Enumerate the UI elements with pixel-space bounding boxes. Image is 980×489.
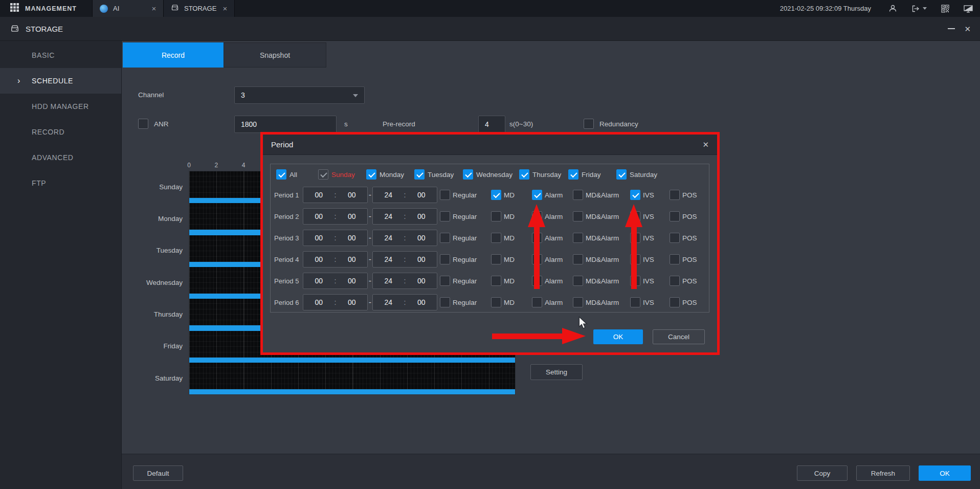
checkbox-regular[interactable] <box>440 276 450 286</box>
display-icon[interactable] <box>964 5 973 13</box>
record-type-regular[interactable]: Regular <box>437 276 488 286</box>
checkbox-sunday[interactable] <box>318 169 328 180</box>
record-type-md-alarm[interactable]: MD&Alarm <box>570 211 628 221</box>
record-type-md-alarm[interactable]: MD&Alarm <box>570 254 628 264</box>
record-type-pos[interactable]: POS <box>667 211 703 221</box>
day-checkbox-group-friday[interactable]: Friday <box>568 169 616 180</box>
checkbox-md-alarm[interactable] <box>573 297 583 307</box>
checkbox-md-alarm[interactable] <box>573 254 583 264</box>
record-type-md[interactable]: MD <box>488 190 529 200</box>
checkbox-md[interactable] <box>491 233 501 243</box>
checkbox-pos[interactable] <box>670 254 680 264</box>
record-type-md-alarm[interactable]: MD&Alarm <box>570 233 628 243</box>
close-icon[interactable] <box>150 5 158 12</box>
checkbox-pos[interactable] <box>670 297 680 307</box>
day-checkbox-group-saturday[interactable]: Saturday <box>616 169 665 180</box>
checkbox-tuesday[interactable] <box>414 169 425 180</box>
record-type-regular[interactable]: Regular <box>437 190 488 200</box>
record-type-regular[interactable]: Regular <box>437 211 488 221</box>
checkbox-saturday[interactable] <box>616 169 627 180</box>
close-icon[interactable] <box>702 141 709 148</box>
record-type-pos[interactable]: POS <box>667 297 703 307</box>
record-type-regular[interactable]: Regular <box>437 297 488 307</box>
record-type-pos[interactable]: POS <box>667 233 703 243</box>
end-time-input[interactable]: 24:00 <box>372 251 437 268</box>
checkbox-regular[interactable] <box>440 254 450 264</box>
record-type-pos[interactable]: POS <box>667 276 703 286</box>
logout-icon[interactable] <box>911 5 927 13</box>
anr-input[interactable]: 1800 <box>234 116 337 133</box>
tab-snapshot[interactable]: Snapshot <box>224 42 326 68</box>
sidebar-item-record[interactable]: RECORD <box>0 119 121 145</box>
checkbox-regular[interactable] <box>440 297 450 307</box>
record-type-md[interactable]: MD <box>488 276 529 286</box>
checkbox-all[interactable] <box>276 169 286 180</box>
schedule-row-saturday[interactable] <box>189 363 515 394</box>
channel-select[interactable]: 3 <box>234 86 365 104</box>
checkbox-regular[interactable] <box>440 190 450 200</box>
close-icon[interactable] <box>964 25 971 33</box>
record-type-ivs[interactable]: IVS <box>628 297 667 307</box>
checkbox-ivs[interactable] <box>630 190 640 200</box>
checkbox-md-alarm[interactable] <box>573 211 583 221</box>
sidebar-item-hdd-manager[interactable]: HDD MANAGER <box>0 94 121 119</box>
qr-code-icon[interactable] <box>941 5 949 13</box>
checkbox-md[interactable] <box>491 297 501 307</box>
default-button[interactable]: Default <box>133 465 183 481</box>
start-time-input[interactable]: 00:00 <box>303 273 368 289</box>
record-type-md-alarm[interactable]: MD&Alarm <box>570 276 628 286</box>
checkbox-md[interactable] <box>491 276 501 286</box>
record-type-md-alarm[interactable]: MD&Alarm <box>570 297 628 307</box>
window-titlebar[interactable]: STORAGE <box>0 17 980 41</box>
end-time-input[interactable]: 24:00 <box>372 294 437 310</box>
dialog-cancel-button[interactable]: Cancel <box>653 329 705 344</box>
day-checkbox-group-tuesday[interactable]: Tuesday <box>414 169 463 180</box>
tab-storage[interactable]: STORAGE <box>163 0 235 17</box>
checkbox-md[interactable] <box>491 211 501 221</box>
sidebar-item-basic[interactable]: BASIC <box>0 42 121 68</box>
day-checkbox-group-wednesday[interactable]: Wednesday <box>463 169 519 180</box>
prerecord-input[interactable]: 4 <box>478 116 505 133</box>
checkbox-thursday[interactable] <box>519 169 529 180</box>
checkbox-md[interactable] <box>491 190 501 200</box>
sidebar-item-schedule[interactable]: SCHEDULE <box>0 68 121 94</box>
checkbox-regular[interactable] <box>440 211 450 221</box>
sidebar-item-advanced[interactable]: ADVANCED <box>0 145 121 170</box>
checkbox-pos[interactable] <box>670 233 680 243</box>
dialog-ok-button[interactable]: OK <box>593 329 643 344</box>
management-menu[interactable]: MANAGEMENT <box>0 0 92 17</box>
checkbox-pos[interactable] <box>670 190 680 200</box>
record-type-regular[interactable]: Regular <box>437 233 488 243</box>
end-time-input[interactable]: 24:00 <box>372 273 437 289</box>
tab-ai[interactable]: AI <box>92 0 164 17</box>
start-time-input[interactable]: 00:00 <box>303 230 368 246</box>
refresh-button[interactable]: Refresh <box>856 465 910 481</box>
record-type-md[interactable]: MD <box>488 297 529 307</box>
checkbox-pos[interactable] <box>670 211 680 221</box>
checkbox-md-alarm[interactable] <box>573 276 583 286</box>
checkbox-alarm[interactable] <box>532 297 542 307</box>
start-time-input[interactable]: 00:00 <box>303 294 368 310</box>
record-type-alarm[interactable]: Alarm <box>529 190 570 200</box>
record-type-regular[interactable]: Regular <box>437 254 488 264</box>
end-time-input[interactable]: 24:00 <box>372 208 437 225</box>
checkbox-pos[interactable] <box>670 276 680 286</box>
checkbox-alarm[interactable] <box>532 190 542 200</box>
start-time-input[interactable]: 00:00 <box>303 208 368 225</box>
record-type-md[interactable]: MD <box>488 254 529 264</box>
record-type-md-alarm[interactable]: MD&Alarm <box>570 190 628 200</box>
record-type-pos[interactable]: POS <box>667 254 703 264</box>
day-checkbox-group-sunday[interactable]: Sunday <box>318 169 366 180</box>
checkbox-md[interactable] <box>491 254 501 264</box>
record-type-md[interactable]: MD <box>488 233 529 243</box>
checkbox-md-alarm[interactable] <box>573 233 583 243</box>
minimize-icon[interactable] <box>948 28 955 29</box>
day-checkbox-group-monday[interactable]: Monday <box>366 169 414 180</box>
record-type-pos[interactable]: POS <box>667 190 703 200</box>
checkbox-monday[interactable] <box>366 169 376 180</box>
ok-button[interactable]: OK <box>919 465 971 481</box>
tab-record[interactable]: Record <box>123 42 224 68</box>
checkbox-regular[interactable] <box>440 233 450 243</box>
redundancy-checkbox[interactable] <box>584 119 594 129</box>
setting-button[interactable]: Setting <box>530 364 583 380</box>
